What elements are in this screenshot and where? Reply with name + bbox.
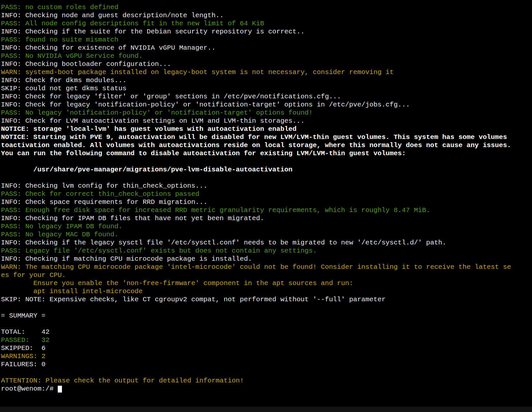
- terminal-line: WARN: The matching CPU microcode package…: [1, 263, 532, 271]
- terminal-line-text: Ensure you enable the 'non-free-firmware…: [1, 280, 353, 287]
- terminal-line-text: PASS: No legacy 'notification-policy' or…: [1, 109, 313, 117]
- terminal-line-text: NOTICE: Starting with PVE 9, autoactivat…: [1, 133, 507, 141]
- terminal-line: toactivation enabled. All volumes with a…: [1, 141, 532, 149]
- terminal-line-text: INFO: Checking for IPAM DB files that ha…: [1, 215, 264, 222]
- terminal-line: PASS: no custom roles defined: [1, 3, 532, 11]
- terminal-line: SKIPPED: 6: [1, 344, 532, 352]
- terminal-line: SKIP: NOTE: Expensive checks, like CT cg…: [1, 295, 532, 304]
- terminal-line: PASS: No NVIDIA vGPU Service found.: [1, 52, 532, 60]
- terminal-line-text: toactivation enabled. All volumes with a…: [1, 142, 511, 149]
- terminal-line: FAILURES: 0: [1, 360, 532, 368]
- terminal-line-text: SKIP: NOTE: Expensive checks, like CT cg…: [1, 296, 386, 303]
- terminal-line-text: INFO: Check for legacy 'filter' or 'grou…: [1, 93, 341, 100]
- terminal-window[interactable]: PASS: no custom roles definedINFO: Check…: [0, 0, 532, 412]
- terminal-line-text: SKIP: could not get dkms status: [1, 85, 127, 92]
- terminal-line: PASS: No legacy MAC DB found.: [1, 231, 532, 239]
- terminal-line: NOTICE: storage 'local-lvm' has guest vo…: [1, 125, 532, 133]
- terminal-line: PASS: All node config descriptions fit i…: [1, 19, 532, 28]
- terminal-line: INFO: Check for legacy 'filter' or 'grou…: [1, 93, 532, 101]
- terminal-line: INFO: Check space requirements for RRD m…: [1, 198, 532, 206]
- terminal-line-text: PASS: No NVIDIA vGPU Service found.: [1, 52, 143, 60]
- terminal-output: PASS: no custom roles definedINFO: Check…: [1, 3, 532, 393]
- terminal-line-text: PASS: No legacy MAC DB found.: [1, 231, 118, 238]
- terminal-line: ATTENTION: Please check the output for d…: [1, 377, 532, 385]
- terminal-line-text: INFO: Checking if matching CPU microcode…: [1, 255, 252, 263]
- terminal-line: PASS: Check for correct thin_check_optio…: [1, 190, 532, 198]
- shell-prompt-line: root@wenom:/#: [1, 385, 532, 393]
- terminal-line-text: PASS: No legacy IPAM DB found.: [1, 223, 122, 230]
- terminal-line: INFO: Checking lvm config for thin_check…: [1, 182, 532, 190]
- terminal-line-text: WARN: The matching CPU microcode package…: [1, 263, 511, 271]
- terminal-line: NOTICE: Starting with PVE 9, autoactivat…: [1, 133, 532, 141]
- terminal-line-text: apt install intel-microcode: [1, 288, 143, 295]
- terminal-line: SKIP: could not get dkms status: [1, 84, 532, 93]
- terminal-line: INFO: Checking if the legacy sysctl file…: [1, 239, 532, 247]
- terminal-line: = SUMMARY =: [1, 312, 532, 320]
- terminal-line-text: You can run the following command to dis…: [1, 150, 406, 157]
- terminal-line-text: INFO: Check space requirements for RRD m…: [1, 198, 208, 206]
- terminal-line-text: es for your CPU.: [1, 271, 66, 279]
- terminal-line-text: PASS: Legacy file '/etc/sysctl.conf' exi…: [1, 247, 317, 255]
- terminal-line: PASS: Enough free disk space for increas…: [1, 206, 532, 214]
- terminal-line-text: PASS: no custom roles defined: [1, 4, 118, 11]
- terminal-line: You can run the following command to dis…: [1, 149, 532, 157]
- terminal-line: [1, 368, 532, 377]
- terminal-line: INFO: Checking node and guest descriptio…: [1, 11, 532, 19]
- terminal-line: INFO: Checking for existence of NVIDIA v…: [1, 44, 532, 52]
- terminal-line-text: WARNINGS: 2: [1, 353, 45, 360]
- cursor-block[interactable]: [58, 386, 62, 393]
- terminal-line-text: INFO: Check for LVM autoactivation setti…: [1, 117, 305, 125]
- terminal-line: es for your CPU.: [1, 271, 532, 279]
- terminal-line: apt install intel-microcode: [1, 287, 532, 295]
- terminal-line-text: PASS: Check for correct thin_check_optio…: [1, 190, 200, 198]
- terminal-line-text: INFO: Checking for existence of NVIDIA v…: [1, 44, 215, 52]
- terminal-line-text: INFO: Checking if the suite for the Debi…: [1, 28, 305, 35]
- terminal-line-text: PASS: All node config descriptions fit i…: [1, 20, 264, 27]
- terminal-line: INFO: Check for LVM autoactivation setti…: [1, 117, 532, 125]
- bottom-bar: [0, 407, 532, 412]
- terminal-line-text: WARN: systemd-boot package installed on …: [1, 69, 394, 76]
- terminal-line: PASS: No legacy IPAM DB found.: [1, 222, 532, 231]
- terminal-line: INFO: Check for legacy 'notification-pol…: [1, 101, 532, 109]
- terminal-line-text: INFO: Checking bootloader configuration.…: [1, 60, 171, 68]
- terminal-line: INFO: Checking for IPAM DB files that ha…: [1, 214, 532, 222]
- terminal-line: [1, 304, 532, 312]
- terminal-line-text: PASS: found no suite mismatch: [1, 36, 118, 44]
- terminal-line-text: FAILURES: 0: [1, 361, 45, 368]
- terminal-line-text: INFO: Check for legacy 'notification-pol…: [1, 101, 410, 108]
- terminal-line: WARN: systemd-boot package installed on …: [1, 68, 532, 76]
- terminal-line: PASS: found no suite mismatch: [1, 36, 532, 44]
- terminal-line-text: PASSED: 32: [1, 336, 50, 344]
- terminal-line: INFO: Checking bootloader configuration.…: [1, 60, 532, 68]
- terminal-line: TOTAL: 42: [1, 328, 532, 336]
- terminal-line: Ensure you enable the 'non-free-firmware…: [1, 279, 532, 287]
- terminal-line-text: = SUMMARY =: [1, 312, 45, 319]
- terminal-line-text: INFO: Checking lvm config for thin_check…: [1, 182, 208, 190]
- terminal-line: [1, 174, 532, 182]
- terminal-line-text: TOTAL: 42: [1, 328, 50, 336]
- terminal-line: PASS: Legacy file '/etc/sysctl.conf' exi…: [1, 247, 532, 255]
- terminal-line-text: INFO: Checking if the legacy sysctl file…: [1, 239, 446, 246]
- terminal-line-text: INFO: Checking node and guest descriptio…: [1, 12, 224, 19]
- shell-prompt-text: root@wenom:/#: [1, 385, 58, 393]
- terminal-line: [1, 157, 532, 166]
- terminal-line-text: NOTICE: storage 'local-lvm' has guest vo…: [1, 125, 296, 133]
- terminal-line-text: ATTENTION: Please check the output for d…: [1, 377, 244, 384]
- terminal-line: /usr/share/pve-manager/migrations/pve-lv…: [1, 166, 532, 174]
- terminal-line: WARNINGS: 2: [1, 352, 532, 360]
- terminal-line: INFO: Check for dkms modules...: [1, 76, 532, 84]
- terminal-line-text: SKIPPED: 6: [1, 344, 45, 352]
- terminal-line: INFO: Checking if the suite for the Debi…: [1, 28, 532, 36]
- terminal-line-text: INFO: Check for dkms modules...: [1, 77, 127, 84]
- terminal-line: [1, 320, 532, 328]
- terminal-line: PASS: No legacy 'notification-policy' or…: [1, 109, 532, 117]
- terminal-line: INFO: Checking if matching CPU microcode…: [1, 255, 532, 263]
- terminal-line-text: PASS: Enough free disk space for increas…: [1, 206, 430, 214]
- terminal-line: PASSED: 32: [1, 336, 532, 344]
- terminal-line-text: /usr/share/pve-manager/migrations/pve-lv…: [1, 166, 293, 173]
